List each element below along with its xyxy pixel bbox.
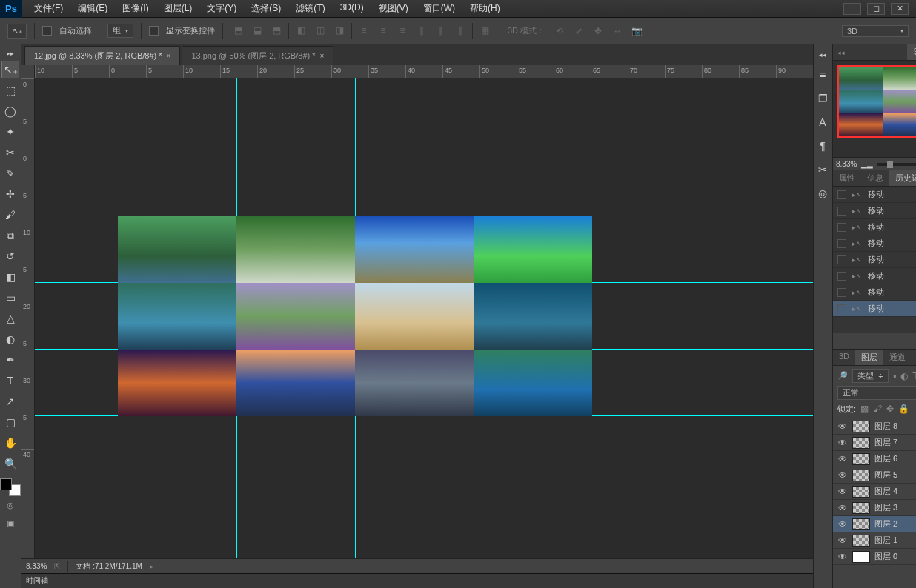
minimize-button[interactable]: — (843, 3, 861, 15)
dist-top-icon[interactable]: ≡ (356, 23, 371, 38)
navigator-zoom-value[interactable]: 8.33% (836, 160, 857, 168)
layer-row[interactable]: 👁图层 7 (833, 435, 916, 451)
menu-item[interactable]: 视图(V) (373, 0, 414, 17)
visibility-icon[interactable]: 👁 (837, 438, 848, 448)
menu-item[interactable]: 图像(I) (116, 0, 154, 17)
color-swatch[interactable] (0, 478, 21, 496)
navigator-proxy[interactable] (837, 65, 916, 138)
dist-bottom-icon[interactable]: ≡ (395, 23, 410, 38)
menu-item[interactable]: 滤镜(T) (290, 0, 331, 17)
visibility-icon[interactable]: 👁 (837, 519, 848, 529)
lasso-tool[interactable]: ◯ (1, 102, 19, 120)
filter-adjust-icon[interactable]: ◐ (900, 371, 908, 381)
layer-row[interactable]: 👁图层 4 (833, 484, 916, 500)
lock-all-icon[interactable]: 🔒 (898, 404, 909, 414)
gradient-tool[interactable]: ▭ (1, 289, 19, 307)
expand-toolbar-icon[interactable]: ▸▸ (1, 49, 19, 58)
visibility-icon[interactable]: 👁 (837, 487, 848, 497)
layer-row[interactable]: 👁图层 6 (833, 451, 916, 467)
layer-thumbnail[interactable] (852, 453, 870, 465)
type-tool[interactable]: T (1, 372, 19, 390)
doc-size[interactable]: 文档 :71.2M/171.1M (76, 561, 142, 572)
menu-item[interactable]: 选择(S) (245, 0, 287, 17)
pen-tool[interactable]: ✒ (1, 351, 19, 369)
align-vcenter-icon[interactable]: ⬓ (250, 23, 265, 38)
history-state[interactable]: ▸↖移动 (833, 284, 916, 301)
visibility-icon[interactable]: 👁 (837, 454, 848, 464)
orbit-icon[interactable]: ⟲ (552, 24, 567, 39)
history-state[interactable]: ▸↖移动 (833, 203, 916, 219)
layer-row[interactable]: 👁图层 2 (833, 516, 916, 532)
zoom-out-icon[interactable]: ▁▂ (861, 160, 873, 168)
close-button[interactable]: ✕ (891, 3, 909, 15)
eraser-tool[interactable]: ◧ (1, 268, 19, 286)
align-top-icon[interactable]: ⬒ (230, 23, 245, 38)
history-state[interactable]: ▸↖移动 (833, 219, 916, 235)
timeline-panel-tab[interactable]: 时间轴 (21, 573, 813, 588)
dist-right-icon[interactable]: ∥ (453, 23, 468, 38)
collapsed-panel-icon[interactable]: ◎ (814, 184, 832, 203)
tab-close-icon[interactable]: × (320, 52, 325, 60)
crop-tool[interactable]: ✂ (1, 144, 19, 161)
layer-name[interactable]: 图层 8 (874, 421, 897, 432)
menu-item[interactable]: 图层(L) (158, 0, 199, 17)
filter-pixel-icon[interactable]: ▪ (893, 371, 896, 381)
layer-thumbnail[interactable] (852, 518, 870, 530)
workspace-select[interactable]: 3D▾ (842, 25, 909, 37)
document-tab[interactable]: 13.png @ 50% (图层 2, RGB/8#) *× (182, 46, 333, 65)
history-state[interactable]: ▸↖移动 (833, 187, 916, 203)
layer-row[interactable]: 👁图层 0 (833, 549, 916, 565)
visibility-icon[interactable]: 👁 (837, 503, 848, 513)
lock-pixels-icon[interactable]: 🖌 (873, 404, 882, 414)
dodge-tool[interactable]: ◐ (1, 330, 19, 348)
slide-icon[interactable]: ↔ (610, 24, 625, 39)
blur-tool[interactable]: △ (1, 310, 19, 327)
menu-item[interactable]: 3D(D) (334, 0, 370, 17)
layer-name[interactable]: 图层 4 (874, 486, 897, 497)
zoom-tool[interactable]: 🔍 (1, 455, 19, 472)
layer-thumbnail[interactable] (852, 502, 870, 514)
menu-item[interactable]: 窗口(W) (417, 0, 461, 17)
navigator-tab[interactable]: 导航器 (907, 44, 916, 60)
panel-tab[interactable]: 3D (833, 350, 855, 365)
layer-name[interactable]: 图层 6 (874, 453, 897, 464)
camera-icon[interactable]: 📷 (629, 24, 644, 39)
doc-size-arrow[interactable]: ▸ (150, 562, 153, 570)
brush-tool[interactable]: 🖌 (1, 206, 19, 224)
path-select-tool[interactable]: ↗ (1, 392, 19, 410)
navigator-zoom-slider[interactable] (877, 163, 916, 166)
zoom-level[interactable]: 8.33% (26, 562, 47, 570)
auto-align-icon[interactable]: ▦ (477, 23, 492, 38)
expand-strip-icon[interactable]: ◂◂ (814, 50, 832, 59)
filter-type-icon[interactable]: T (912, 371, 916, 381)
magic-wand-tool[interactable]: ✦ (1, 123, 19, 141)
layer-row[interactable]: 👁图层 8 (833, 418, 916, 435)
collapsed-panel-icon[interactable]: ≡ (814, 65, 832, 84)
history-state[interactable]: ▸↖移动 (833, 252, 916, 268)
layer-thumbnail[interactable] (852, 551, 870, 563)
history-state[interactable]: ▸↖移动 (833, 301, 916, 317)
layer-name[interactable]: 图层 1 (874, 535, 897, 546)
navigator-panel[interactable] (833, 61, 916, 157)
align-right-icon[interactable]: ◨ (332, 23, 347, 38)
menu-item[interactable]: 帮助(H) (464, 0, 506, 17)
dist-hcenter-icon[interactable]: ∥ (434, 23, 448, 38)
layer-thumbnail[interactable] (852, 535, 870, 547)
layer-name[interactable]: 图层 2 (874, 518, 897, 529)
menu-item[interactable]: 文字(Y) (201, 0, 242, 17)
visibility-icon[interactable]: 👁 (837, 470, 848, 481)
layer-name[interactable]: 图层 5 (874, 470, 897, 481)
layer-row[interactable]: 👁图层 5 (833, 467, 916, 484)
healing-brush-tool[interactable]: ✢ (1, 185, 19, 203)
clone-stamp-tool[interactable]: ⧉ (1, 227, 19, 244)
layer-thumbnail[interactable] (852, 470, 870, 481)
align-bottom-icon[interactable]: ⬒ (269, 23, 284, 38)
expand-icon[interactable]: ⇱ (54, 562, 60, 570)
maximize-button[interactable]: ◻ (867, 3, 885, 15)
panel-tab[interactable]: 通道 (883, 350, 912, 365)
visibility-icon[interactable]: 👁 (837, 552, 848, 562)
panel-tab[interactable]: 历史记录 (889, 170, 916, 186)
panel-tab[interactable]: 属性 (833, 170, 861, 186)
menu-item[interactable]: 文件(F) (28, 0, 69, 17)
align-hcenter-icon[interactable]: ◫ (313, 23, 328, 38)
